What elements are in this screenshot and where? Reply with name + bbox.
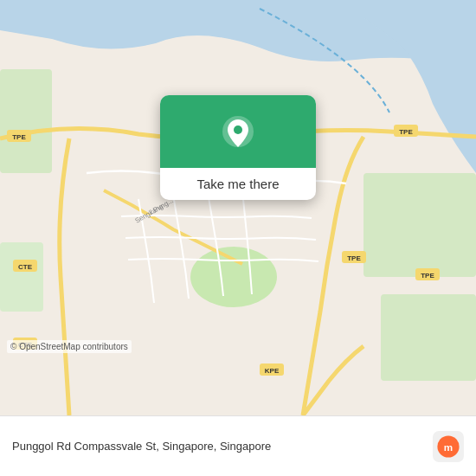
location-pin-icon [219, 114, 257, 152]
map-container: TPE TPE TPE TPE CTE CTE KPE Sengkang / P… [0, 0, 476, 415]
svg-text:TPE: TPE [12, 133, 26, 141]
action-card: Take me there [160, 95, 316, 200]
app: TPE TPE TPE TPE CTE CTE KPE Sengkang / P… [0, 0, 476, 476]
moovit-icon: m [433, 431, 464, 462]
svg-text:m: m [444, 441, 453, 452]
take-me-there-button[interactable]: Take me there [183, 168, 293, 200]
card-header [160, 95, 316, 168]
location-address: Punggol Rd Compassvale St, Singapore, Si… [12, 440, 433, 453]
svg-rect-2 [363, 173, 476, 277]
svg-text:TPE: TPE [399, 128, 413, 136]
svg-text:TPE: TPE [347, 254, 361, 262]
svg-rect-3 [381, 294, 476, 381]
svg-text:TPE: TPE [421, 272, 434, 280]
svg-point-5 [190, 247, 277, 307]
map-credit: © OpenStreetMap contributors [7, 340, 132, 353]
svg-point-23 [234, 125, 242, 134]
svg-rect-4 [0, 242, 43, 312]
svg-text:KPE: KPE [265, 367, 280, 375]
moovit-logo: m [433, 431, 464, 462]
map-background: TPE TPE TPE TPE CTE CTE KPE Sengkang / P… [0, 0, 476, 415]
svg-text:CTE: CTE [18, 263, 33, 271]
bottom-bar: Punggol Rd Compassvale St, Singapore, Si… [0, 415, 476, 476]
svg-rect-1 [0, 69, 52, 173]
